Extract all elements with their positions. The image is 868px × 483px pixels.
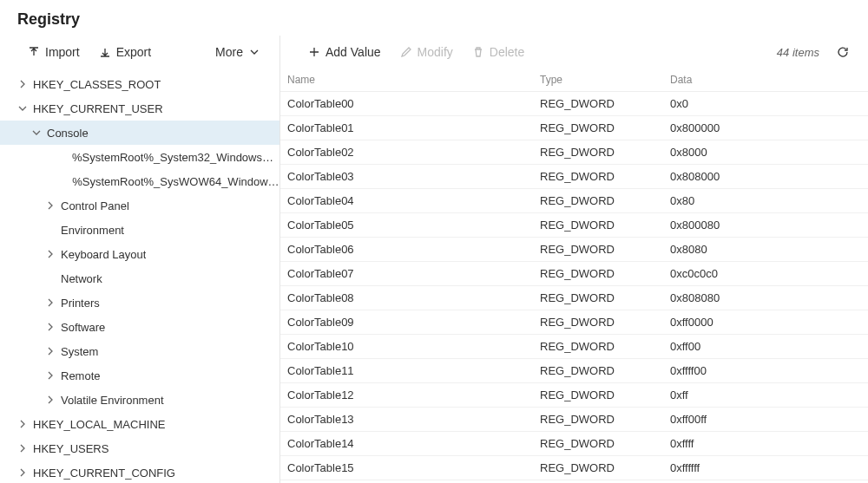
- trash-icon: [472, 46, 484, 58]
- cell-data: 0xffffff: [670, 461, 868, 474]
- column-header-type[interactable]: Type: [540, 74, 670, 86]
- cell-type: REG_DWORD: [540, 121, 670, 134]
- tree-item-label: Printers: [61, 297, 100, 310]
- tree-item[interactable]: Volatile Environment: [0, 388, 279, 412]
- cell-data: 0xffff00: [670, 364, 868, 377]
- table-row[interactable]: ColorTable01REG_DWORD0x800000: [280, 116, 868, 140]
- cell-name: ColorTable13: [287, 413, 540, 426]
- chevron-right-icon[interactable]: [45, 200, 56, 211]
- tree-item-label: Volatile Environment: [61, 394, 164, 407]
- chevron-right-icon[interactable]: [17, 419, 28, 429]
- cell-data: 0x800000: [670, 121, 868, 134]
- cell-data: 0x80: [670, 194, 868, 207]
- tree-item-label: HKEY_CLASSES_ROOT: [33, 78, 161, 91]
- tree-item[interactable]: Environment: [0, 218, 279, 242]
- refresh-button[interactable]: [835, 42, 851, 62]
- cell-data: 0x808000: [670, 170, 868, 183]
- cell-name: ColorTable09: [287, 316, 540, 329]
- tree-item-label: HKEY_CURRENT_USER: [33, 102, 163, 115]
- tree-item[interactable]: Keyboard Layout: [0, 242, 279, 266]
- column-header-data[interactable]: Data: [670, 74, 868, 86]
- modify-button[interactable]: Modify: [398, 42, 455, 62]
- table-row[interactable]: ColorTable00REG_DWORD0x0: [280, 92, 868, 116]
- table-row[interactable]: ColorTable03REG_DWORD0x808000: [280, 165, 868, 189]
- table-row[interactable]: ColorTable14REG_DWORD0xffff: [280, 432, 868, 456]
- cell-name: ColorTable02: [287, 146, 540, 159]
- table-row[interactable]: ColorTable15REG_DWORD0xffffff: [280, 456, 868, 480]
- chevron-right-icon[interactable]: [45, 322, 56, 332]
- tree-item-label: Remote: [61, 369, 101, 382]
- cell-data: 0x0: [670, 97, 868, 110]
- tree-item-label: System: [61, 345, 98, 358]
- tree-item[interactable]: System: [0, 339, 279, 363]
- import-button[interactable]: Import: [26, 42, 82, 62]
- tree-item[interactable]: HKEY_CLASSES_ROOT: [0, 72, 279, 96]
- table-row[interactable]: ColorTable08REG_DWORD0x808080: [280, 286, 868, 310]
- chevron-right-icon[interactable]: [45, 297, 56, 308]
- tree-item[interactable]: HKEY_CURRENT_CONFIG: [0, 460, 279, 483]
- cell-name: ColorTable00: [287, 97, 540, 110]
- tree-item[interactable]: Control Panel: [0, 193, 279, 218]
- cell-data: 0xff00ff: [670, 413, 868, 426]
- tree-item-label: Control Panel: [61, 199, 129, 212]
- chevron-right-icon[interactable]: [17, 467, 28, 478]
- table-row[interactable]: ColorTable02REG_DWORD0x8000: [280, 140, 868, 165]
- values-grid: Name Type Data ColorTable00REG_DWORD0x0C…: [279, 69, 868, 483]
- cell-type: REG_DWORD: [540, 413, 670, 426]
- table-row[interactable]: ColorTable13REG_DWORD0xff00ff: [280, 408, 868, 432]
- table-row[interactable]: ColorTable09REG_DWORD0xff0000: [280, 310, 868, 335]
- tree-item-label: Environment: [61, 224, 124, 237]
- cell-type: REG_DWORD: [540, 267, 670, 280]
- add-value-button[interactable]: Add Value: [306, 42, 383, 62]
- refresh-icon: [837, 46, 849, 58]
- delete-label: Delete: [490, 45, 524, 59]
- tree-item-label: Network: [61, 272, 102, 285]
- chevron-right-icon[interactable]: [45, 395, 56, 405]
- chevron-right-icon[interactable]: [45, 370, 56, 381]
- cell-data: 0x800080: [670, 219, 868, 232]
- table-row[interactable]: ColorTable06REG_DWORD0x8080: [280, 238, 868, 262]
- tree-item[interactable]: %SystemRoot%_SysWOW64_WindowsPowerShell_…: [0, 169, 279, 193]
- cell-data: 0x808080: [670, 291, 868, 304]
- cell-type: REG_DWORD: [540, 194, 670, 207]
- delete-button[interactable]: Delete: [470, 42, 526, 62]
- cell-name: ColorTable06: [287, 243, 540, 256]
- cell-name: ColorTable14: [287, 437, 540, 450]
- table-row[interactable]: ColorTable05REG_DWORD0x800080: [280, 213, 868, 238]
- chevron-right-icon[interactable]: [17, 79, 28, 89]
- table-row[interactable]: ColorTable11REG_DWORD0xffff00: [280, 359, 868, 383]
- table-row[interactable]: ColorTable07REG_DWORD0xc0c0c0: [280, 262, 868, 286]
- tree-item[interactable]: Printers: [0, 290, 279, 315]
- chevron-right-icon[interactable]: [45, 249, 56, 259]
- cell-type: REG_DWORD: [540, 316, 670, 329]
- modify-label: Modify: [418, 45, 453, 59]
- tree-item[interactable]: HKEY_USERS: [0, 436, 279, 460]
- table-row[interactable]: ColorTable12REG_DWORD0xff: [280, 383, 868, 408]
- more-button[interactable]: More: [214, 42, 262, 62]
- cell-type: REG_DWORD: [540, 364, 670, 377]
- tree-item[interactable]: HKEY_CURRENT_USER: [0, 96, 279, 121]
- tree-item-label: HKEY_CURRENT_CONFIG: [33, 467, 175, 480]
- column-header-name[interactable]: Name: [287, 74, 540, 86]
- tree-item[interactable]: Console: [0, 121, 279, 145]
- table-row[interactable]: ColorTable10REG_DWORD0xff00: [280, 335, 868, 359]
- cell-type: REG_DWORD: [540, 243, 670, 256]
- table-row[interactable]: ColorTable04REG_DWORD0x80: [280, 189, 868, 213]
- chevron-right-icon[interactable]: [17, 443, 28, 454]
- export-button[interactable]: Export: [97, 42, 153, 62]
- import-label: Import: [45, 45, 80, 59]
- tree-item[interactable]: Remote: [0, 363, 279, 388]
- chevron-down-icon[interactable]: [17, 103, 28, 114]
- tree-item[interactable]: HKEY_LOCAL_MACHINE: [0, 412, 279, 436]
- cell-type: REG_DWORD: [540, 340, 670, 353]
- cell-data: 0xff0000: [670, 316, 868, 329]
- chevron-down-icon[interactable]: [31, 127, 42, 138]
- cell-name: ColorTable01: [287, 121, 540, 134]
- cell-type: REG_DWORD: [540, 461, 670, 474]
- tree-item[interactable]: Software: [0, 315, 279, 339]
- chevron-right-icon[interactable]: [45, 346, 56, 356]
- right-toolbar: Add Value Modify Delete 44 items: [279, 36, 868, 69]
- tree-item[interactable]: %SystemRoot%_System32_WindowsPowerShell_…: [0, 145, 279, 169]
- tree-item[interactable]: Network: [0, 266, 279, 290]
- cell-name: ColorTable07: [287, 267, 540, 280]
